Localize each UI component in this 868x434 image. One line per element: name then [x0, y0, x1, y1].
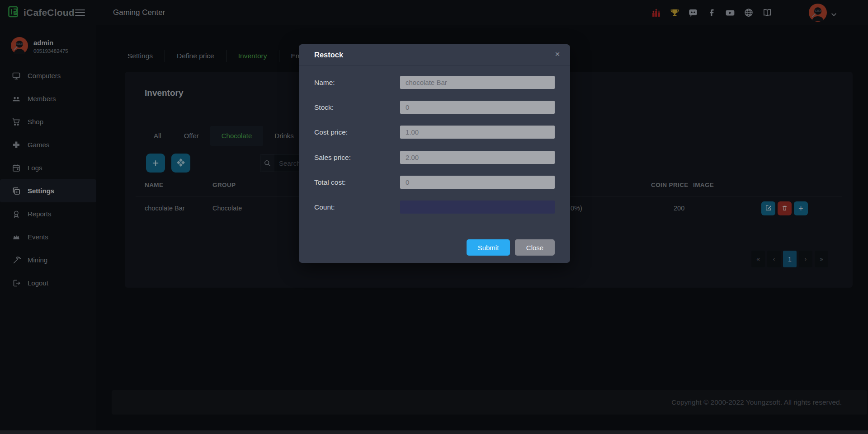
modal-title: Restock — [314, 51, 343, 59]
field-label: Count: — [314, 201, 335, 214]
field-row-stock: Stock: — [314, 101, 555, 114]
field-label: Name: — [314, 76, 335, 89]
name-field — [400, 76, 555, 89]
field-label: Cost price: — [314, 126, 348, 139]
modal-actions: Submit Close — [467, 239, 555, 256]
app-root: iCafeCloud Gaming Center — [0, 0, 868, 434]
close-icon[interactable]: × — [552, 49, 563, 60]
field-row-total-cost: Total cost: — [314, 176, 555, 189]
cost-price-field — [400, 126, 555, 139]
field-label: Sales price: — [314, 151, 351, 164]
submit-button[interactable]: Submit — [467, 239, 510, 256]
count-field[interactable] — [400, 201, 555, 214]
field-row-count: Count: — [314, 201, 555, 214]
field-label: Stock: — [314, 101, 334, 114]
modal-header: Restock × — [299, 44, 570, 65]
field-row-cost-price: Cost price: — [314, 126, 555, 139]
close-button[interactable]: Close — [515, 239, 555, 256]
total-cost-field — [400, 176, 555, 189]
stock-field — [400, 101, 555, 114]
sales-price-field — [400, 151, 555, 164]
field-row-sales-price: Sales price: — [314, 151, 555, 164]
restock-modal: Restock × Name: Stock: Cost price: Sales… — [299, 44, 570, 263]
field-row-name: Name: — [314, 76, 555, 89]
field-label: Total cost: — [314, 176, 346, 189]
